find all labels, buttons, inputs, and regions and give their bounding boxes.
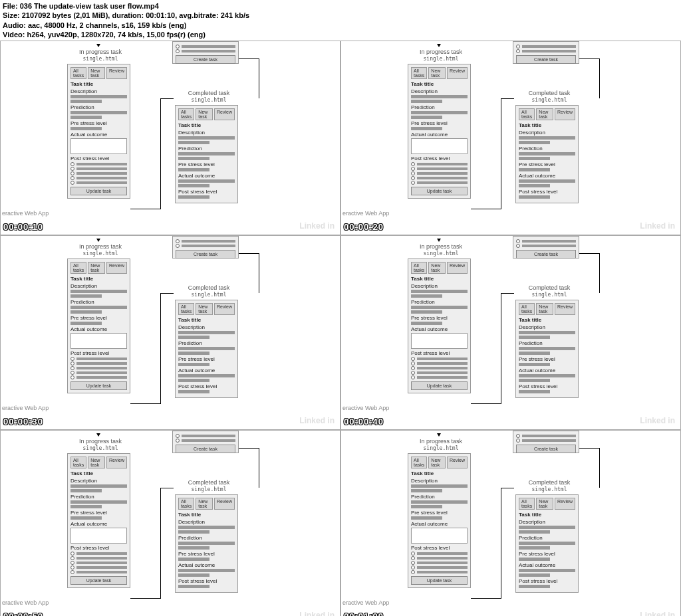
description-label: Description [178,130,235,136]
watermark: Linked in [640,416,675,425]
actual-outcome-input[interactable] [411,138,468,154]
tab-review[interactable]: Review [106,67,127,79]
timestamp: 00:01:00 [344,611,384,616]
tab-review[interactable]: Review [214,108,235,120]
completed-card: All tasksNew taskReviewTask titleDescrip… [175,300,238,398]
update-task-button[interactable]: Update task [70,576,127,585]
radio-icon[interactable] [70,171,74,175]
update-task-button[interactable]: Update task [411,187,468,195]
in-progress-card: All tasksNew taskReview Task title Descr… [408,64,471,199]
update-task-button[interactable]: Update task [411,576,468,585]
flow-arrow-icon [437,44,441,47]
radio-icon[interactable] [70,176,74,180]
text-bar [178,157,209,160]
tab-all-tasks[interactable]: All tasks [178,108,194,120]
completed-card: All tasks New task Review Task title Des… [175,105,238,203]
tab-new-task[interactable]: New task [428,67,446,79]
frame-2: In progress task single.html Create task… [340,41,681,235]
in-progress-header: In progress task [411,49,471,56]
timestamp: 00:00:20 [344,222,384,232]
watermark: Linked in [640,221,675,231]
create-task-button[interactable]: Create task [176,55,235,64]
create-card: Create task [172,236,239,258]
text-bar [70,116,102,119]
task-title: Task title [519,122,575,128]
in-progress-sub: single.html [70,56,130,62]
create-card: Create task [513,41,579,64]
radio-icon[interactable] [411,171,415,175]
tab-all-tasks[interactable]: All tasks [70,67,86,79]
radio-icon[interactable] [70,181,74,185]
create-card: Create task [172,41,239,64]
text-bar [178,141,209,144]
in-progress-card: All tasksNew taskReviewTask titleDescrip… [67,258,130,393]
create-task-button[interactable]: Create task [516,445,576,453]
radio-icon[interactable] [411,176,415,180]
connector [160,98,161,209]
post-stress-label: Post stress level [411,155,468,161]
actual-outcome-input[interactable] [411,333,468,349]
pre-stress-label: Pre stress level [70,120,127,126]
connector [471,209,501,209]
text-bar [178,168,209,171]
connector [239,58,259,59]
actual-outcome-input[interactable] [70,138,127,154]
flow-arrow-icon [437,239,441,242]
flow-arrow-icon [96,44,100,47]
in-progress-card: All tasks New task Review Task title Des… [67,64,130,199]
completed-card: All tasksNew taskReviewTask titleDescrip… [515,300,579,398]
post-stress-label: Post stress level [70,155,127,161]
update-task-button[interactable]: Update task [411,381,468,390]
actual-outcome-input[interactable] [70,528,127,544]
thumbnail-grid: In progress task single.html Create task… [0,41,681,616]
connector [501,98,501,209]
connector [160,98,174,99]
tab-all-tasks[interactable]: All tasks [519,108,535,120]
connector [579,58,599,59]
actual-outcome-input[interactable] [70,333,127,349]
completed-header: Completed task [519,90,579,97]
file-line: File: 036 The update-view task user flow… [3,1,678,11]
update-task-button[interactable]: Update task [70,381,127,390]
flow-arrow-icon [96,239,100,242]
text-bar [70,127,102,130]
pre-stress-label: Pre stress level [178,161,235,167]
radio-icon[interactable] [411,162,415,166]
frame-4: In progress task single.html Create task… [340,235,681,430]
actual-outcome-label: Actual outcome [519,173,575,179]
completed-sub: single.html [179,97,239,103]
radio-icon[interactable] [411,181,415,185]
tab-review[interactable]: Review [447,67,468,79]
video-line: Video: h264, yuv420p, 1280x720, 74 kb/s,… [3,30,678,39]
create-task-button[interactable]: Create task [516,55,576,64]
tab-review[interactable]: Review [555,108,575,120]
app-label: eractive Web App [2,210,49,217]
prediction-label: Prediction [519,146,575,152]
tab-new-task[interactable]: New task [196,108,213,120]
update-task-button[interactable]: Update task [70,187,127,195]
in-progress-card: All tasksNew taskReviewTask titleDescrip… [408,453,471,588]
completed-card: All tasksNew taskReview Task title Descr… [515,105,579,203]
watermark: Linked in [299,221,335,231]
radio-icon[interactable] [70,167,74,171]
create-task-button[interactable]: Create task [176,250,235,258]
tab-new-task[interactable]: New task [536,108,553,120]
radio-icon[interactable] [411,167,415,171]
create-card: Create task [172,431,239,453]
tab-all-tasks[interactable]: All tasks [411,67,427,79]
audio-line: Audio: aac, 48000 Hz, 2 channels, s16, 1… [3,21,678,30]
pre-stress-label: Pre stress level [519,161,575,167]
create-task-button[interactable]: Create task [176,445,235,453]
text-bar [70,100,102,103]
frame-5: In progress task single.html Create task… [0,430,340,616]
radio-icon[interactable] [70,162,74,166]
actual-outcome-label: Actual outcome [70,132,127,138]
actual-outcome-input[interactable] [411,528,468,544]
tab-new-task[interactable]: New task [88,67,105,79]
radio-icon [176,45,180,49]
flow-arrow-icon [96,433,100,437]
radio-icon [176,49,180,53]
radio-icon [516,45,520,49]
create-task-button[interactable]: Create task [516,250,576,258]
watermark: Linked in [299,416,335,425]
